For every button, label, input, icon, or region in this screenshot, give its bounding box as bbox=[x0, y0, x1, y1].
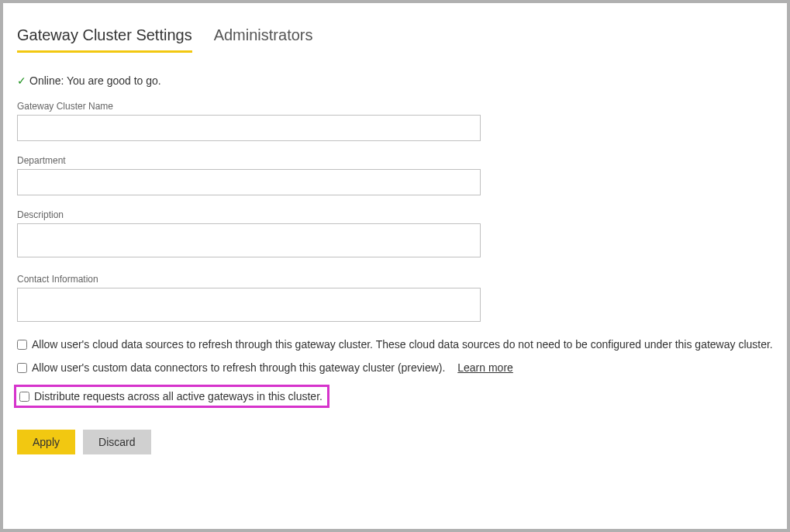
checkbox-row-allow-cloud: Allow user's cloud data sources to refre… bbox=[17, 338, 773, 351]
checkbox-allow-cloud[interactable] bbox=[17, 340, 27, 350]
checkbox-distribute[interactable] bbox=[19, 392, 29, 402]
label-gateway-cluster-name: Gateway Cluster Name bbox=[17, 101, 773, 112]
checkbox-label-allow-custom: Allow user's custom data connectors to r… bbox=[32, 361, 445, 374]
field-description: Description bbox=[17, 209, 773, 260]
discard-button[interactable]: Discard bbox=[83, 430, 150, 454]
status-text: Online: You are good to go. bbox=[29, 74, 161, 87]
checkbox-row-distribute: Distribute requests across all active ga… bbox=[14, 385, 329, 408]
apply-button[interactable]: Apply bbox=[17, 430, 75, 454]
field-gateway-cluster-name: Gateway Cluster Name bbox=[17, 101, 773, 141]
label-department: Department bbox=[17, 155, 773, 166]
label-description: Description bbox=[17, 209, 773, 220]
tab-bar: Gateway Cluster Settings Administrators bbox=[17, 26, 773, 53]
input-gateway-cluster-name[interactable] bbox=[17, 115, 481, 141]
checkbox-label-distribute: Distribute requests across all active ga… bbox=[34, 390, 323, 402]
settings-panel: Gateway Cluster Settings Administrators … bbox=[3, 3, 787, 529]
tab-administrators[interactable]: Administrators bbox=[214, 26, 313, 53]
checkbox-label-allow-cloud: Allow user's cloud data sources to refre… bbox=[32, 338, 773, 351]
input-department[interactable] bbox=[17, 169, 481, 195]
tab-gateway-cluster-settings[interactable]: Gateway Cluster Settings bbox=[17, 26, 192, 53]
learn-more-link[interactable]: Learn more bbox=[457, 361, 513, 374]
checkbox-allow-custom[interactable] bbox=[17, 363, 27, 373]
status-row: ✓ Online: You are good to go. bbox=[17, 74, 773, 87]
input-contact-information[interactable] bbox=[17, 288, 481, 322]
field-department: Department bbox=[17, 155, 773, 195]
check-icon: ✓ bbox=[17, 75, 26, 86]
button-row: Apply Discard bbox=[17, 430, 773, 454]
input-description[interactable] bbox=[17, 223, 481, 257]
field-contact-information: Contact Information bbox=[17, 274, 773, 324]
checkbox-row-allow-custom: Allow user's custom data connectors to r… bbox=[17, 361, 773, 374]
label-contact-information: Contact Information bbox=[17, 274, 773, 285]
